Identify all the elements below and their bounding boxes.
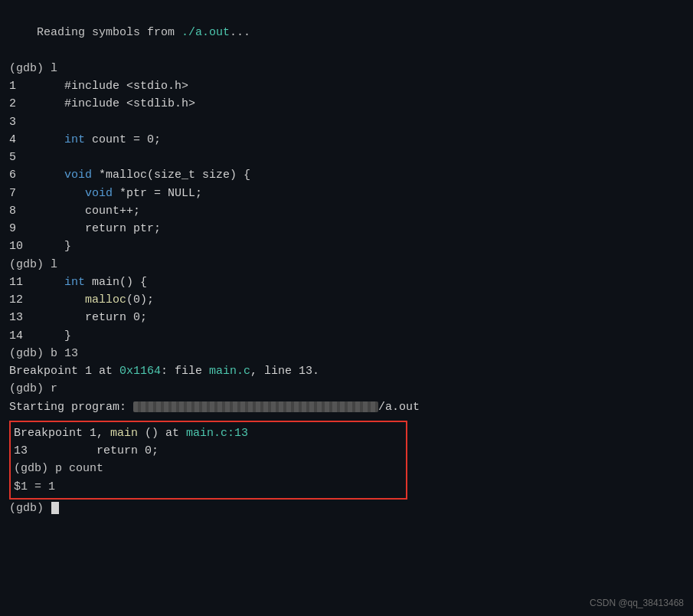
code-line-12: 12 malloc(0); — [9, 291, 684, 309]
cursor-block — [51, 502, 59, 514]
code-line-4: 4 int count = 0; — [9, 131, 684, 149]
code-line-10: 10 } — [9, 238, 684, 255]
code-line-11: 11 int main() { — [9, 274, 684, 291]
gdb-print-cmd: (gdb) p count — [11, 460, 406, 477]
code-line-8: 8 count++; — [9, 202, 684, 220]
gdb-run-cmd: (gdb) r — [9, 380, 684, 398]
code-line-9: 9 return ptr; — [9, 220, 684, 238]
gdb-list-cmd-2: (gdb) l — [9, 256, 684, 274]
terminal: Reading symbols from ./a.out... (gdb) l … — [0, 0, 693, 616]
return-line: 13 return 0; — [11, 442, 406, 460]
code-line-13: 13 return 0; — [9, 309, 684, 326]
code-line-6: 6 void *malloc(size_t size) { — [9, 166, 684, 184]
code-line-2: 2 #include <stdlib.h> — [9, 95, 684, 113]
code-line-14: 14 } — [9, 327, 684, 345]
code-line-5: 5 — [9, 149, 684, 166]
code-line-7: 7 void *ptr = NULL; — [9, 185, 684, 202]
gdb-list-cmd-1: (gdb) l — [9, 60, 684, 77]
print-result: $1 = 1 — [11, 478, 406, 496]
reading-symbols-text: Reading symbols from — [37, 26, 181, 39]
reading-dots: ... — [230, 26, 250, 39]
file-path: ./a.out — [181, 26, 230, 39]
breakpoint-highlight-box: Breakpoint 1, main () at main.c:13 13 re… — [9, 421, 407, 500]
gdb-final-prompt: (gdb) — [9, 500, 684, 517]
starting-program-line: Starting program: /a.out — [9, 398, 684, 416]
breakpoint-hit-line: Breakpoint 1, main () at main.c:13 — [11, 424, 406, 442]
code-line-3: 3 — [9, 113, 684, 131]
watermark: CSDN @qq_38413468 — [590, 598, 684, 608]
reading-symbols-line: Reading symbols from ./a.out... — [9, 6, 684, 60]
code-line-1: 1 #include <stdio.h> — [9, 77, 684, 95]
gdb-break-cmd: (gdb) b 13 — [9, 345, 684, 362]
breakpoint-info-line: Breakpoint 1 at 0x1164: file main.c, lin… — [9, 362, 684, 380]
